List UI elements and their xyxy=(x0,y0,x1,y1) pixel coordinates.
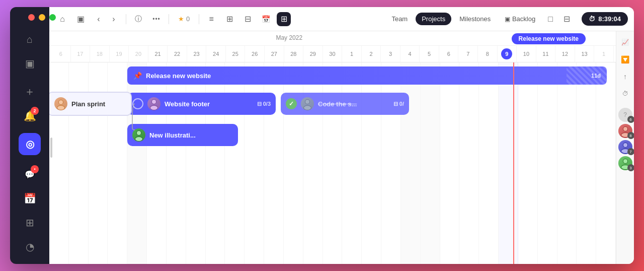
avatar-red[interactable]: 8 xyxy=(618,124,632,138)
day-19: 19 xyxy=(110,46,129,62)
avatar-unknown[interactable]: ? 6 xyxy=(618,108,632,122)
maximize-button[interactable] xyxy=(49,14,56,21)
chat-badge: • xyxy=(31,165,39,173)
grid-col-today xyxy=(499,62,518,264)
grid-col-weekend-3 xyxy=(421,62,440,264)
list-view-icon[interactable]: ≡ xyxy=(204,12,218,26)
plan-sprint-avatar xyxy=(54,97,67,110)
time-icon[interactable]: ⏱ xyxy=(618,87,632,101)
share-icon[interactable]: ⊟ xyxy=(559,12,574,26)
day-m14: 1 xyxy=(594,46,614,62)
gantt-header: May 2022 Release new website 6 17 18 19 … xyxy=(49,31,616,62)
info-icon[interactable]: ⓘ xyxy=(131,12,145,26)
avatar-green[interactable]: 3 xyxy=(618,156,632,170)
sidebar-item-layout[interactable]: ▣ xyxy=(19,52,41,75)
svg-point-3 xyxy=(57,106,64,110)
svg-point-10 xyxy=(305,100,309,104)
avatar-purple[interactable]: 7 xyxy=(618,140,632,154)
release-bar-label: Release new website xyxy=(146,72,211,80)
grid-col-m6 xyxy=(440,62,460,264)
day-21: 21 xyxy=(148,46,168,62)
grid-col-m7 xyxy=(459,62,479,264)
sep-2 xyxy=(169,14,169,24)
more-icon[interactable]: ••• xyxy=(149,12,164,26)
main-content: ⌂ ▣ ‹ › ⓘ ••• ★ 0 ≡ ⊞ ⊟ 📅 ⊞ Team Project xyxy=(49,7,634,264)
columns-view-icon[interactable]: ⊞ xyxy=(222,12,236,26)
day-m4: 4 xyxy=(400,46,420,62)
close-button[interactable] xyxy=(28,14,35,21)
tab-milestones[interactable]: Milestones xyxy=(453,13,497,25)
gantt-view-icon[interactable]: ⊞ xyxy=(277,12,291,26)
website-footer-checkbox[interactable] xyxy=(132,98,143,109)
home-toolbar-icon[interactable]: ⌂ xyxy=(55,12,69,26)
svg-point-26 xyxy=(623,159,627,163)
day-m3: 3 xyxy=(381,46,400,62)
day-22: 22 xyxy=(168,46,187,62)
forward-icon[interactable]: › xyxy=(107,12,121,26)
day-m13: 13 xyxy=(575,46,595,62)
code-label: Code the s... xyxy=(318,100,357,108)
day-m12: 12 xyxy=(555,46,575,62)
grid-col-m10 xyxy=(518,62,538,264)
sidebar-logo: ◎ xyxy=(19,133,41,155)
grid-col-m13 xyxy=(577,62,596,264)
svg-point-11 xyxy=(304,106,311,110)
filter-icon[interactable]: 🔽 xyxy=(618,52,632,66)
code-checkbox[interactable]: ✓ xyxy=(286,98,297,109)
cal-view-icon[interactable]: 📅 xyxy=(259,12,273,26)
day-30: 30 xyxy=(323,46,343,62)
svg-point-22 xyxy=(623,143,627,147)
today-line xyxy=(513,62,514,264)
analytics-icon[interactable]: 📈 xyxy=(618,35,632,49)
drag-handle[interactable] xyxy=(50,138,52,158)
clock-button[interactable]: ⏱ 8:39:04 xyxy=(582,12,628,26)
red-count: 8 xyxy=(627,132,634,139)
traffic-lights xyxy=(28,14,56,21)
tab-backlog[interactable]: ▣ Backlog xyxy=(499,13,541,25)
release-pin-icon: 📌 xyxy=(133,72,142,80)
task-plan-sprint[interactable]: Plan sprint xyxy=(49,92,132,116)
minimize-button[interactable] xyxy=(39,14,45,21)
task-new-illustrati[interactable]: New illustrati... xyxy=(127,124,238,146)
sidebar-item-calendar[interactable]: 📅 xyxy=(19,187,41,210)
day-m8: 8 xyxy=(478,46,498,62)
release-milestone-badge[interactable]: Release new website xyxy=(512,33,586,44)
svg-point-18 xyxy=(623,127,627,131)
back-icon[interactable]: ‹ xyxy=(92,12,106,26)
table-view-icon[interactable]: ⊟ xyxy=(240,12,255,26)
toolbar: ⌂ ▣ ‹ › ⓘ ••• ★ 0 ≡ ⊞ ⊟ 📅 ⊞ Team Project xyxy=(49,7,634,31)
task-code[interactable]: ✓ Code the s... ⊟ xyxy=(281,93,409,115)
sidebar-item-grid[interactable]: ⊞ xyxy=(19,212,41,234)
gantt-body: Plan sprint 📌 Release new website 11d xyxy=(49,62,616,264)
day-today: 9 xyxy=(498,46,517,62)
sidebar-item-add[interactable]: ＋ xyxy=(19,81,41,103)
backlog-icon: ▣ xyxy=(505,16,510,23)
grid-col-m11 xyxy=(538,62,557,264)
svg-point-7 xyxy=(150,106,157,110)
day-26: 26 xyxy=(245,46,265,62)
clock-time: 8:39:04 xyxy=(598,15,621,23)
sidebar-item-analytics[interactable]: ◔ xyxy=(19,236,41,258)
sep-3 xyxy=(199,14,199,24)
day-m1: 1 xyxy=(342,46,362,62)
sidebar-toggle-icon[interactable]: ▣ xyxy=(73,12,88,26)
day-23: 23 xyxy=(187,46,207,62)
gantt-area: May 2022 Release new website 6 17 18 19 … xyxy=(49,31,616,264)
day-25: 25 xyxy=(226,46,246,62)
day-29: 29 xyxy=(303,46,323,62)
sidebar-item-notifications[interactable]: 🔔 2 xyxy=(19,105,41,127)
day-24: 24 xyxy=(206,46,226,62)
star-button[interactable]: ★ 0 xyxy=(174,13,194,25)
day-17: 17 xyxy=(71,46,91,62)
task-website-footer[interactable]: Website footer ⊟ 0/3 xyxy=(127,93,276,115)
tab-projects[interactable]: Projects xyxy=(416,13,451,25)
month-label: May 2022 xyxy=(276,34,302,41)
sidebar-item-chat[interactable]: 💬 • xyxy=(19,163,41,185)
tab-team[interactable]: Team xyxy=(385,13,414,25)
window-icon[interactable]: □ xyxy=(543,12,557,26)
task-release-bar[interactable]: 📌 Release new website 11d xyxy=(127,66,607,85)
sort-icon[interactable]: ↑ xyxy=(618,70,632,84)
sidebar-item-home[interactable]: ⌂ xyxy=(19,28,41,50)
release-hatch xyxy=(567,66,607,85)
day-m7: 7 xyxy=(458,46,478,62)
